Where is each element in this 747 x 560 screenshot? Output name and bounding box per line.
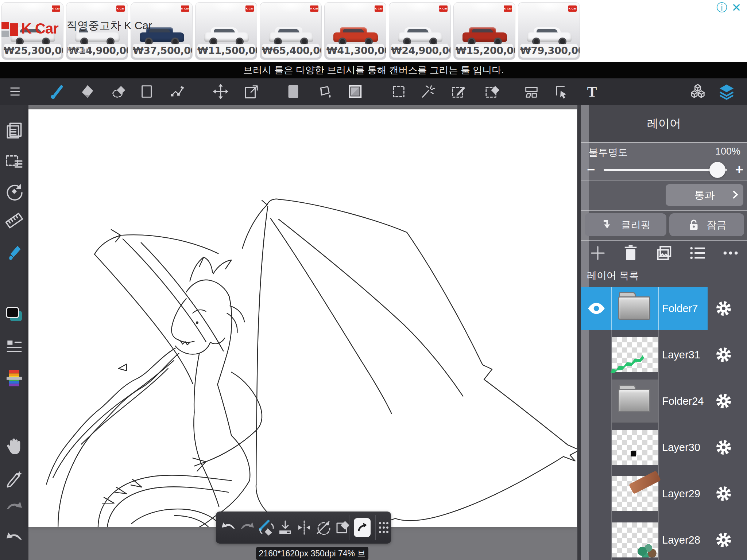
finish-button[interactable] [354, 518, 371, 537]
flip-horizontal-icon[interactable] [295, 519, 313, 536]
airbrush-icon[interactable] [4, 241, 24, 262]
text-tool-icon[interactable]: T [582, 81, 602, 102]
redo-icon[interactable] [239, 519, 256, 536]
ad-car-card[interactable]: K Car ₩41,300,000 [324, 2, 386, 60]
car-image [333, 25, 378, 46]
redo-icon[interactable] [4, 498, 24, 519]
opacity-minus-button[interactable]: − [587, 162, 595, 178]
ad-car-card[interactable]: K Car ₩15,200,000 [453, 2, 515, 60]
eraser-tool-icon[interactable] [77, 81, 98, 102]
undo-icon[interactable] [220, 519, 237, 536]
car-price: ₩15,200,000 [456, 44, 513, 58]
brush-list-icon[interactable] [4, 335, 24, 356]
brush-tool-icon[interactable] [46, 81, 67, 102]
color-swatches-icon[interactable] [4, 304, 24, 324]
add-layer-icon[interactable] [588, 244, 607, 262]
layer-row[interactable]: Layer28 [581, 518, 747, 560]
kcar-logo-icon [1, 21, 18, 38]
rectangle-tool-icon[interactable] [137, 81, 157, 102]
ad-info-icon[interactable]: ⓘ [716, 1, 728, 14]
ad-banner: K Car ₩25,300,000 K Car ₩14,900,000 K Ca… [0, 0, 747, 62]
hand-tool-icon[interactable] [4, 436, 24, 457]
polyline-tool-icon[interactable] [167, 81, 188, 102]
save-icon[interactable] [276, 519, 294, 536]
layer-settings-gear-icon[interactable] [714, 345, 733, 364]
showroom-light [275, 2, 306, 13]
top-toolbar: T [0, 78, 747, 105]
layer-settings-gear-icon[interactable] [714, 392, 733, 411]
fill-swatch-icon[interactable] [283, 81, 303, 102]
object-select-icon[interactable] [550, 81, 571, 102]
ruler-icon[interactable] [4, 210, 24, 231]
panel-title: 레이어 [581, 116, 747, 131]
layer-row[interactable]: Folder7 [581, 287, 747, 330]
pen-settings-icon[interactable] [4, 468, 24, 488]
layer-row[interactable]: Folder24 [581, 380, 747, 423]
layer-row[interactable]: Layer30 [581, 426, 747, 469]
opacity-plus-button[interactable]: + [735, 162, 743, 178]
delete-layer-icon[interactable] [621, 244, 640, 262]
ad-close-icon[interactable]: ✕ [730, 1, 743, 14]
ad-car-card[interactable]: K Car ₩79,300,000 [518, 2, 580, 60]
blend-mode-button[interactable]: 통과 [666, 184, 743, 206]
eye-icon [587, 299, 606, 318]
undo-icon[interactable] [4, 529, 24, 549]
select-eraser-icon[interactable] [482, 81, 503, 102]
clipping-label: 클리핑 [621, 218, 651, 232]
layer-name: Layer30 [662, 426, 700, 469]
lasso-eraser-icon[interactable] [109, 81, 129, 102]
layer-name: Layer29 [662, 472, 700, 515]
ad-car-card[interactable]: K Car ₩11,500,000 [195, 2, 257, 60]
layer-settings-gear-icon[interactable] [714, 299, 733, 318]
layer-row[interactable]: Layer29 [581, 472, 747, 515]
opacity-slider-track[interactable] [604, 169, 727, 171]
rotate-disabled-icon[interactable] [314, 519, 332, 536]
ad-subtitle: K Car [66, 45, 89, 55]
menu-icon[interactable] [6, 81, 27, 102]
layer-row[interactable]: Layer31 [581, 333, 747, 376]
car-image [462, 25, 507, 46]
clear-layer-icon[interactable] [333, 519, 351, 536]
workspace: 2160*1620px 350dpi 74% 브러시: 28px 29% 레이어… [0, 105, 747, 560]
more-options-icon[interactable] [721, 244, 740, 262]
gradient-tool-icon[interactable] [345, 81, 365, 102]
showroom-light [469, 2, 500, 13]
select-rect-icon[interactable] [388, 81, 409, 102]
select-pen-icon[interactable] [449, 81, 469, 102]
toolbar-separator [349, 515, 349, 540]
magic-wand-icon[interactable] [417, 81, 438, 102]
lock-button[interactable]: 잠금 [669, 213, 744, 236]
ad-car-card[interactable]: K Car ₩24,900,000 [389, 2, 451, 60]
bucket-fill-icon[interactable] [314, 81, 334, 102]
layer-settings-gear-icon[interactable] [714, 530, 733, 549]
materials-icon[interactable] [688, 81, 708, 102]
kcar-badge: K Car [568, 5, 577, 12]
layer-thumbnail [612, 337, 658, 372]
tool-tip-bar: 브러시 툴은 다양한 브러시를 통해 캔버스를 그리는 툴 입니다. [0, 62, 747, 78]
transform-tool-icon[interactable] [241, 81, 261, 102]
layer-settings-gear-icon[interactable] [714, 438, 733, 457]
divide-layout-icon[interactable] [521, 81, 542, 102]
drag-handle-icon[interactable] [375, 519, 392, 536]
opacity-slider-knob[interactable] [709, 162, 725, 178]
kcar-badge: K Car [181, 5, 189, 12]
brush-eraser-swap-icon[interactable] [258, 519, 275, 536]
layer-settings-gear-icon[interactable] [714, 484, 733, 503]
reset-rotate-icon[interactable] [4, 181, 24, 202]
car-image [204, 25, 249, 46]
chevron-right-icon [730, 191, 738, 199]
pages-icon[interactable] [4, 120, 24, 140]
medibang-paint-app: K Car ₩25,300,000 K Car ₩14,900,000 K Ca… [0, 0, 747, 560]
move-tool-icon[interactable] [210, 81, 231, 102]
showroom-light [17, 2, 48, 13]
duplicate-layer-icon[interactable] [655, 244, 674, 262]
color-palette-icon[interactable] [4, 368, 24, 388]
lock-icon [687, 218, 700, 232]
drawing-canvas[interactable] [28, 109, 577, 527]
layers-panel-toggle-icon[interactable] [716, 81, 737, 102]
ad-car-card[interactable]: K Car ₩65,400,000 [260, 2, 322, 60]
layer-visibility-toggle[interactable] [581, 287, 611, 330]
clipping-button[interactable]: 클리핑 [585, 213, 666, 236]
select-list-icon[interactable] [4, 152, 24, 172]
layer-list-view-icon[interactable] [688, 244, 707, 262]
